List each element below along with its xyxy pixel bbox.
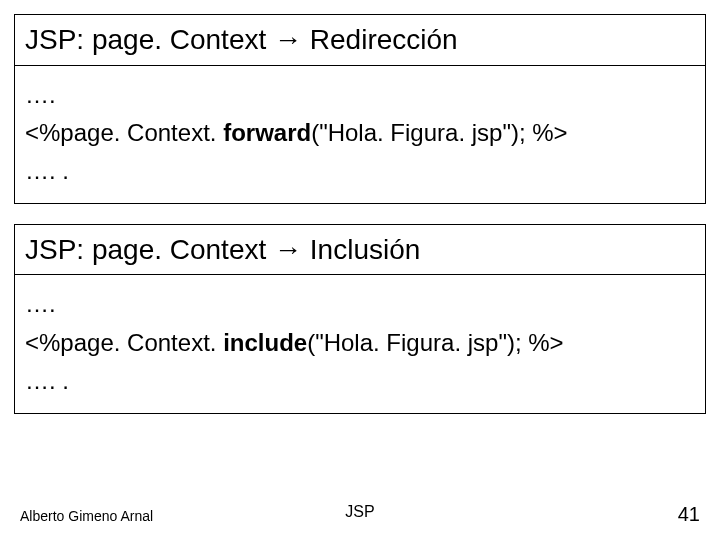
code-text: ("Hola. Figura. jsp"); %> <box>311 119 567 146</box>
box-redireccion: JSP: page. Context → Redirección …. <%pa… <box>14 14 706 204</box>
heading-prefix: JSP: page. Context <box>25 234 274 265</box>
code-text: ("Hola. Figura. jsp"); %> <box>307 329 563 356</box>
code-line: …. . <box>25 152 695 190</box>
footer-title: JSP <box>345 503 374 521</box>
heading-prefix: JSP: page. Context <box>25 24 274 55</box>
slide: JSP: page. Context → Redirección …. <%pa… <box>0 0 720 540</box>
code-keyword: forward <box>223 119 311 146</box>
code-line: …. . <box>25 362 695 400</box>
footer: Alberto Gimeno Arnal JSP 41 <box>0 503 720 526</box>
code-text: <%page. Context. <box>25 329 223 356</box>
arrow-icon: → <box>274 24 302 55</box>
heading-redireccion: JSP: page. Context → Redirección <box>15 15 705 66</box>
heading-suffix: Inclusión <box>302 234 420 265</box>
arrow-icon: → <box>274 234 302 265</box>
code-inclusion: …. <%page. Context. include("Hola. Figur… <box>15 275 705 412</box>
page-number: 41 <box>678 503 700 526</box>
code-line: <%page. Context. include("Hola. Figura. … <box>25 324 695 362</box>
heading-suffix: Redirección <box>302 24 458 55</box>
code-text: <%page. Context. <box>25 119 223 146</box>
code-line: …. <box>25 285 695 323</box>
code-line: <%page. Context. forward("Hola. Figura. … <box>25 114 695 152</box>
code-line: …. <box>25 76 695 114</box>
code-redireccion: …. <%page. Context. forward("Hola. Figur… <box>15 66 705 203</box>
code-keyword: include <box>223 329 307 356</box>
heading-inclusion: JSP: page. Context → Inclusión <box>15 225 705 276</box>
box-inclusion: JSP: page. Context → Inclusión …. <%page… <box>14 224 706 414</box>
footer-author: Alberto Gimeno Arnal <box>20 508 153 524</box>
